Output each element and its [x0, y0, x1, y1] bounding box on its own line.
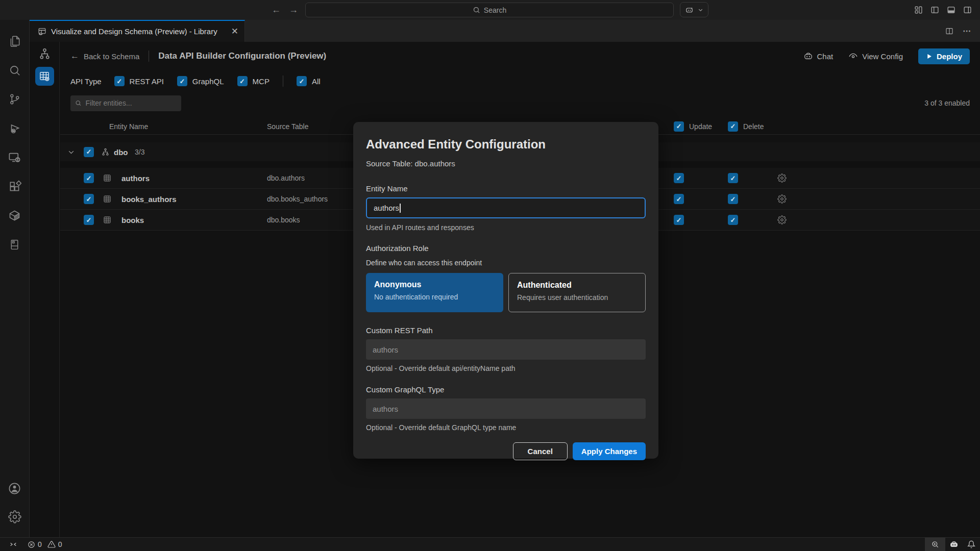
row-update-checkbox[interactable] — [674, 194, 684, 204]
group-count: 3/3 — [135, 148, 144, 156]
row-delete-checkbox[interactable] — [728, 194, 738, 204]
row-settings-gear-icon[interactable] — [777, 215, 787, 224]
rest-api-checkbox[interactable] — [114, 76, 125, 86]
update-column-checkbox[interactable] — [674, 121, 684, 132]
search-icon — [473, 6, 480, 14]
history-back-button[interactable]: ← — [272, 5, 281, 15]
chevron-down-icon — [698, 7, 703, 13]
customize-layout-icon[interactable] — [914, 6, 923, 14]
dbo-group-checkbox[interactable] — [84, 147, 94, 157]
source-table-column-header: Source Table — [267, 122, 308, 131]
all-checkbox[interactable] — [297, 76, 307, 86]
zoom-status-button[interactable] — [925, 538, 945, 551]
row-checkbox[interactable] — [84, 194, 94, 204]
update-column-header: Update — [689, 122, 712, 131]
notifications-bell-icon[interactable] — [963, 538, 980, 551]
history-forward-button[interactable]: → — [289, 5, 298, 15]
search-icon — [75, 99, 82, 107]
table-designer-icon — [39, 70, 51, 82]
tab-title: Visualize and Design Schema (Preview) - … — [51, 27, 217, 36]
row-delete-checkbox[interactable] — [728, 215, 738, 225]
graphql-checkbox[interactable] — [177, 76, 187, 86]
mcp-checkbox[interactable] — [237, 76, 248, 86]
cancel-button[interactable]: Cancel — [513, 442, 568, 460]
copilot-icon — [685, 6, 694, 14]
apply-changes-button[interactable]: Apply Changes — [573, 442, 646, 460]
modal-source-table: Source Table: dbo.authors — [366, 159, 646, 168]
toggle-primary-sidebar-icon[interactable] — [930, 6, 939, 14]
row-delete-checkbox[interactable] — [728, 173, 738, 183]
table-grid-icon — [103, 174, 111, 182]
entity-name-input[interactable]: authors — [366, 197, 646, 218]
webview-rail — [30, 42, 60, 537]
table-designer-view-button[interactable] — [35, 67, 54, 86]
dab-configuration-webview: ← Back to Schema Data API Builder Config… — [30, 42, 980, 537]
explorer-icon[interactable] — [0, 27, 29, 56]
row-settings-gear-icon[interactable] — [777, 173, 787, 183]
modal-title: Advanced Entity Configuration — [366, 137, 646, 152]
split-editor-icon[interactable] — [945, 27, 953, 35]
rest-api-filter[interactable]: REST API — [114, 76, 164, 86]
custom-rest-path-helper: Optional - Override default api/entityNa… — [366, 364, 646, 372]
back-arrow-icon: ← — [70, 51, 79, 61]
delete-column-checkbox[interactable] — [728, 121, 738, 132]
copilot-status-button[interactable] — [945, 538, 963, 551]
custom-graphql-type-helper: Optional - Override default GraphQL type… — [366, 423, 646, 432]
toggle-secondary-sidebar-icon[interactable] — [963, 6, 972, 14]
entity-source: dbo.books_authors — [267, 195, 328, 203]
run-debug-icon[interactable] — [0, 114, 29, 143]
all-filter[interactable]: All — [297, 76, 321, 86]
remote-explorer-icon[interactable] — [0, 143, 29, 172]
enabled-count: 3 of 3 enabled — [924, 99, 970, 107]
copilot-chat-button[interactable] — [680, 2, 708, 17]
remote-indicator-icon[interactable] — [9, 540, 17, 548]
filter-entities-input[interactable] — [70, 95, 181, 111]
authenticated-role-card[interactable]: Authenticated Requires user authenticati… — [508, 273, 646, 312]
zoom-in-icon — [931, 540, 939, 548]
vscode-window: ← → Search — [0, 0, 980, 551]
problems-indicator[interactable]: 0 0 — [28, 540, 62, 548]
account-icon[interactable] — [8, 474, 21, 503]
schema-view-icon[interactable] — [38, 47, 51, 60]
copilot-icon — [949, 540, 959, 549]
entity-name: authors — [121, 174, 150, 183]
graphql-filter[interactable]: GraphQL — [177, 76, 224, 86]
container-icon[interactable] — [0, 201, 29, 230]
command-center-search[interactable]: Search — [305, 3, 674, 17]
view-config-button[interactable]: View Config — [848, 52, 903, 61]
row-checkbox[interactable] — [84, 173, 94, 183]
anonymous-description: No authentication required — [374, 293, 495, 301]
chat-button[interactable]: Chat — [803, 52, 834, 61]
activity-bar — [0, 20, 30, 537]
custom-graphql-type-input[interactable] — [366, 398, 646, 419]
view-config-label: View Config — [862, 52, 903, 61]
header-divider — [149, 51, 149, 62]
chevron-down-icon[interactable] — [67, 148, 75, 156]
row-update-checkbox[interactable] — [674, 215, 684, 225]
row-settings-gear-icon[interactable] — [777, 194, 787, 204]
text-caret — [400, 204, 401, 213]
settings-gear-icon[interactable] — [8, 503, 21, 531]
tab-icon — [38, 27, 46, 36]
title-bar: ← → Search — [0, 0, 980, 20]
custom-rest-path-input[interactable] — [366, 339, 646, 360]
deploy-button[interactable]: Deploy — [918, 48, 970, 64]
anonymous-role-card[interactable]: Anonymous No authentication required — [366, 273, 503, 312]
play-icon — [926, 53, 933, 60]
tab-close-icon[interactable]: ✕ — [231, 26, 238, 37]
entity-name-label: Entity Name — [366, 184, 646, 193]
row-checkbox[interactable] — [84, 215, 94, 225]
back-to-schema-label: Back to Schema — [84, 52, 139, 61]
toggle-panel-icon[interactable] — [947, 6, 955, 14]
back-to-schema-button[interactable]: ← Back to Schema — [70, 51, 139, 61]
source-control-icon[interactable] — [0, 85, 29, 114]
authorization-role-label: Authorization Role — [366, 244, 646, 253]
search-sidebar-icon[interactable] — [0, 56, 29, 85]
database-projects-icon[interactable] — [0, 230, 29, 259]
tab-visualize-design-schema[interactable]: Visualize and Design Schema (Preview) - … — [30, 20, 245, 42]
extensions-icon[interactable] — [0, 172, 29, 201]
row-update-checkbox[interactable] — [674, 173, 684, 183]
more-actions-icon[interactable]: ⋯ — [963, 26, 972, 36]
deploy-label: Deploy — [937, 52, 962, 61]
mcp-filter[interactable]: MCP — [237, 76, 270, 86]
